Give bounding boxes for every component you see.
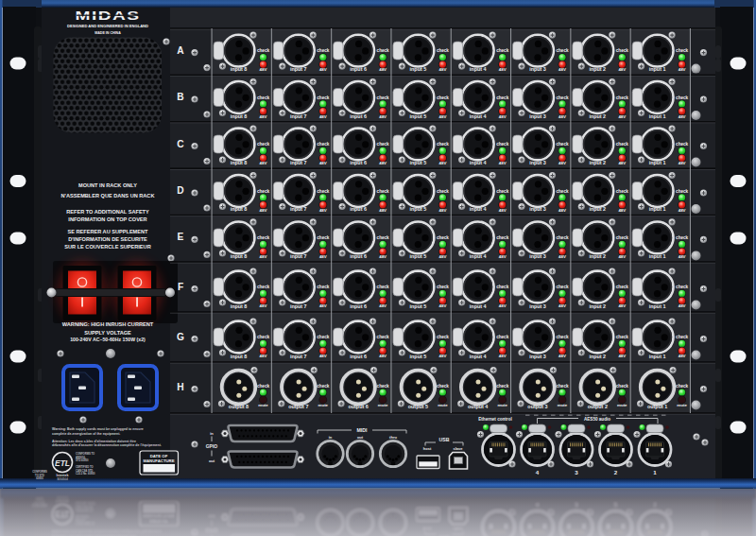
svg-text:input 1: input 1	[649, 354, 666, 359]
svg-text:input 8: input 8	[231, 354, 248, 359]
svg-text:input 4: input 4	[470, 160, 487, 165]
svg-text:input 8: input 8	[231, 303, 248, 309]
svg-text:input 8: input 8	[231, 66, 248, 72]
svg-text:ETL: ETL	[55, 458, 70, 468]
svg-text:SUPPLY VOLTAGE: SUPPLY VOLTAGE	[84, 330, 131, 336]
svg-text:G: G	[177, 332, 184, 342]
svg-text:3050504: 3050504	[57, 477, 68, 481]
svg-text:input 7: input 7	[290, 66, 307, 72]
svg-text:input 8: input 8	[231, 160, 248, 165]
svg-text:Ethernet control: Ethernet control	[478, 417, 511, 422]
svg-text:B: B	[177, 92, 183, 102]
svg-text:D: D	[177, 185, 183, 196]
svg-text:in: in	[210, 431, 214, 436]
svg-text:output 8: output 8	[229, 404, 249, 409]
svg-text:input 6: input 6	[350, 354, 367, 359]
svg-text:input 8: input 8	[231, 253, 248, 259]
svg-text:REFER TO ADDITIONAL SAFETY: REFER TO ADDITIONAL SAFETY	[66, 209, 149, 215]
svg-text:Warning: Both supply cords mus: Warning: Both supply cords must be unplu…	[52, 427, 144, 431]
svg-text:N'ASSEMBLER QUE DANS UN RACK: N'ASSEMBLER QUE DANS UN RACK	[61, 193, 155, 199]
svg-text:input 5: input 5	[410, 66, 427, 72]
svg-text:input 7: input 7	[290, 160, 307, 165]
svg-text:output 5: output 5	[408, 404, 428, 409]
svg-text:input 2: input 2	[589, 113, 606, 119]
svg-text:60950: 60950	[36, 476, 43, 480]
svg-text:input 7: input 7	[290, 303, 307, 309]
svg-text:input 5: input 5	[410, 303, 427, 309]
svg-text:input 7: input 7	[290, 206, 307, 212]
svg-text:MIDI: MIDI	[357, 427, 369, 433]
svg-text:2: 2	[614, 469, 618, 475]
svg-text:input 1: input 1	[649, 160, 666, 165]
svg-text:input 4: input 4	[470, 206, 487, 212]
svg-text:input 2: input 2	[589, 354, 606, 359]
svg-text:input 2: input 2	[589, 303, 606, 309]
svg-text:input 3: input 3	[529, 113, 546, 119]
svg-text:CERTIFIED TO: CERTIFIED TO	[76, 465, 94, 469]
svg-text:A: A	[177, 45, 184, 56]
svg-text:input 3: input 3	[529, 206, 546, 212]
svg-text:input 6: input 6	[350, 66, 367, 72]
svg-text:out: out	[357, 435, 364, 440]
svg-text:input 5: input 5	[410, 354, 427, 359]
svg-text:input 3: input 3	[529, 354, 546, 359]
svg-text:output 1: output 1	[647, 404, 667, 409]
svg-text:input 2: input 2	[589, 160, 606, 165]
svg-text:input 4: input 4	[470, 354, 487, 359]
svg-text:CONFORMS TO: CONFORMS TO	[76, 452, 94, 456]
svg-text:3: 3	[575, 469, 578, 475]
svg-text:input 1: input 1	[649, 253, 666, 259]
svg-text:input 4: input 4	[470, 66, 487, 72]
svg-text:host: host	[423, 446, 432, 451]
svg-text:INFORMATION ON TOP COVER: INFORMATION ON TOP COVER	[68, 216, 146, 222]
svg-text:CONFORMS: CONFORMS	[32, 470, 47, 474]
svg-text:input 6: input 6	[350, 160, 367, 165]
svg-text:thru: thru	[389, 435, 397, 440]
svg-text:GPIO: GPIO	[206, 443, 218, 449]
svg-text:input 6: input 6	[350, 206, 367, 212]
svg-text:SUR LE COUVERCLE SUPERIEUR: SUR LE COUVERCLE SUPERIEUR	[64, 244, 150, 250]
svg-text:input 6: input 6	[350, 303, 367, 309]
svg-text:débranchés afin d'assurer la d: débranchés afin d'assurer la déconnectio…	[52, 443, 162, 447]
svg-text:H: H	[177, 382, 183, 392]
svg-text:output 4: output 4	[468, 404, 488, 409]
svg-text:input 8: input 8	[231, 113, 248, 119]
svg-text:WARNING: HIGH INRUSH CURRENT: WARNING: HIGH INRUSH CURRENT	[62, 321, 154, 327]
svg-text:input 2: input 2	[589, 253, 606, 259]
svg-text:slave: slave	[453, 446, 463, 451]
svg-text:1: 1	[653, 469, 657, 475]
svg-text:input 2: input 2	[589, 206, 606, 212]
svg-text:input 4: input 4	[470, 303, 487, 309]
svg-text:complete de-energization of th: complete de-energization of the equipmen…	[52, 432, 120, 436]
svg-text:input 5: input 5	[410, 160, 427, 165]
svg-text:input 7: input 7	[290, 253, 307, 259]
svg-text:TO STD: TO STD	[35, 474, 44, 477]
svg-text:MANUFACTURE: MANUFACTURE	[143, 458, 174, 463]
svg-text:input 1: input 1	[649, 206, 666, 212]
svg-text:output 7: output 7	[288, 404, 308, 409]
svg-text:4: 4	[536, 469, 540, 475]
svg-text:AES50 audio: AES50 audio	[584, 417, 610, 422]
svg-text:input 5: input 5	[410, 206, 427, 212]
svg-text:input 1: input 1	[649, 303, 666, 309]
svg-text:CAN CSA STD: CAN CSA STD	[76, 469, 93, 473]
svg-text:input 3: input 3	[529, 303, 546, 309]
svg-text:USB: USB	[439, 437, 450, 442]
svg-text:C: C	[177, 139, 184, 149]
svg-text:input 6: input 6	[350, 253, 367, 259]
svg-text:input 6: input 6	[350, 113, 367, 119]
svg-text:output 6: output 6	[348, 404, 368, 409]
svg-text:in: in	[329, 435, 333, 440]
svg-text:D'INFORMATION DE SECURITE: D'INFORMATION DE SECURITE	[68, 236, 147, 242]
svg-text:out: out	[209, 458, 215, 463]
svg-text:input 2: input 2	[589, 66, 606, 72]
svg-text:input 1: input 1	[649, 113, 666, 119]
svg-text:input 3: input 3	[529, 253, 546, 259]
svg-text:input 7: input 7	[290, 113, 307, 119]
svg-text:ANSI/UL: ANSI/UL	[76, 456, 86, 459]
svg-text:F: F	[178, 282, 183, 292]
svg-text:input 5: input 5	[410, 253, 427, 259]
svg-text:C22.2 No. 60950: C22.2 No. 60950	[76, 472, 95, 475]
svg-text:MADE IN CHINA: MADE IN CHINA	[94, 31, 121, 35]
svg-text:input 3: input 3	[529, 66, 546, 72]
